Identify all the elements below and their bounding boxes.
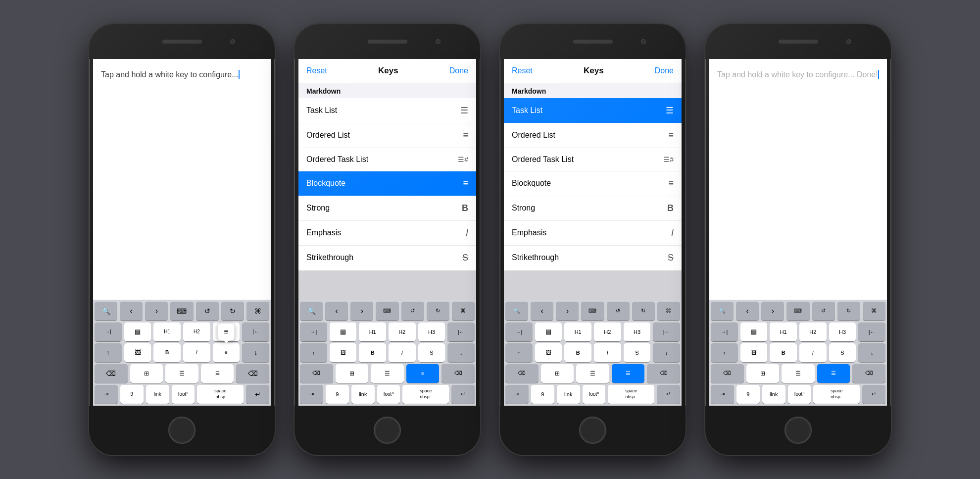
- italic-key-2[interactable]: I: [389, 343, 416, 362]
- tab-key-4[interactable]: →|: [711, 322, 738, 341]
- space-key-2[interactable]: spacenbsp: [402, 385, 449, 404]
- undo-key-2[interactable]: ↺: [401, 302, 424, 320]
- doc-key-3[interactable]: ▤: [535, 322, 562, 341]
- item-orderedtasklist-3[interactable]: Ordered Task List ☰#: [504, 148, 682, 171]
- end-key-2[interactable]: |←: [447, 322, 475, 341]
- keyboard-key-2[interactable]: ⌨: [376, 302, 398, 320]
- strikethrough-key-2[interactable]: S: [418, 343, 445, 362]
- table-key[interactable]: ⊞: [130, 364, 163, 383]
- redo-key-4[interactable]: ↻: [837, 302, 860, 320]
- item-orderedlist-2[interactable]: Ordered List ≡: [298, 123, 476, 148]
- search-key[interactable]: 🔍: [95, 302, 117, 320]
- right-key-2[interactable]: ›: [350, 302, 373, 320]
- up-key[interactable]: ↑: [95, 343, 122, 362]
- undo-key[interactable]: ↺: [196, 302, 219, 320]
- backspace-key-3[interactable]: ⌫: [505, 364, 539, 383]
- footnote-key-3[interactable]: footn: [583, 385, 606, 404]
- return-key-3[interactable]: ↵: [657, 385, 680, 404]
- number-key-2[interactable]: 9: [326, 385, 349, 404]
- h1-key-4[interactable]: H1: [770, 322, 797, 341]
- item-orderedlist-3[interactable]: Ordered List ≡: [504, 123, 682, 148]
- indent-key-2[interactable]: ⇥: [300, 385, 323, 404]
- item-tasklist-3[interactable]: Task List ☰: [504, 98, 682, 123]
- tasklist-key-4-active[interactable]: ☰: [817, 364, 850, 383]
- undo-key-3[interactable]: ↺: [607, 302, 630, 320]
- done-button-3[interactable]: Done: [655, 66, 674, 75]
- reset-button-2[interactable]: Reset: [306, 66, 327, 75]
- return-key-2[interactable]: ↵: [451, 385, 475, 404]
- h3-key-2[interactable]: H3: [418, 322, 445, 341]
- down-key-4[interactable]: ↓: [858, 343, 885, 362]
- search-key-4[interactable]: 🔍: [711, 302, 734, 320]
- h3-key-3[interactable]: H3: [624, 322, 651, 341]
- cmd-key[interactable]: ⌘: [246, 302, 269, 320]
- item-blockquote-3[interactable]: Blockquote ≡: [504, 171, 682, 196]
- search-key-3[interactable]: 🔍: [505, 302, 528, 320]
- search-key-2[interactable]: 🔍: [300, 302, 323, 320]
- keyboard-key[interactable]: ⌨: [170, 302, 193, 320]
- footnote-key-4[interactable]: footn: [788, 385, 811, 404]
- item-emphasis-3[interactable]: Emphasis I: [504, 221, 682, 246]
- item-orderedtasklist-2[interactable]: Ordered Task List ☰#: [298, 148, 476, 171]
- ul-key[interactable]: ☰: [165, 364, 198, 383]
- footnote-key-2[interactable]: footn: [377, 385, 400, 404]
- down-key-3[interactable]: ↓: [653, 343, 680, 362]
- end-key[interactable]: |←: [242, 322, 269, 341]
- left-key[interactable]: ‹: [120, 302, 143, 320]
- cmd-key-3[interactable]: ⌘: [657, 302, 680, 320]
- italic-key[interactable]: I: [183, 343, 210, 362]
- up-key-4[interactable]: ↑: [711, 343, 738, 362]
- backspace-key-4[interactable]: ⌫: [711, 364, 744, 383]
- left-key-3[interactable]: ‹: [531, 302, 553, 320]
- undo-key-4[interactable]: ↺: [812, 302, 835, 320]
- down-key-2[interactable]: ↓: [447, 343, 475, 362]
- h2-key[interactable]: H2: [183, 322, 210, 341]
- link-key-2[interactable]: link: [351, 385, 375, 404]
- del-key-3[interactable]: ⌫: [647, 364, 680, 383]
- ul-key-2[interactable]: ☰: [371, 364, 404, 383]
- doc-key-4[interactable]: ▤: [740, 322, 768, 341]
- image-key-2[interactable]: 🖼: [330, 343, 357, 362]
- blockquote-key[interactable]: ≡ ≡: [213, 343, 240, 362]
- blockquote-key-2-active[interactable]: ≡: [406, 364, 440, 383]
- h1-key-2[interactable]: H1: [359, 322, 386, 341]
- del-key[interactable]: ⌫: [236, 364, 269, 383]
- return-key[interactable]: ↵: [246, 385, 269, 404]
- cmd-key-2[interactable]: ⌘: [452, 302, 475, 320]
- item-strikethrough-3[interactable]: Strikethrough S: [504, 246, 682, 270]
- table-key-2[interactable]: ⊞: [336, 364, 369, 383]
- doc-key[interactable]: ▤: [124, 322, 151, 341]
- number-key-3[interactable]: 9: [531, 385, 554, 404]
- item-strong-2[interactable]: Strong B: [298, 196, 476, 221]
- backspace-key-2[interactable]: ⌫: [300, 364, 333, 383]
- image-key-4[interactable]: 🖼: [740, 343, 768, 362]
- tasklist-key-3-active[interactable]: ☰: [612, 364, 645, 383]
- table-key-4[interactable]: ⊞: [746, 364, 780, 383]
- phone-4-editor[interactable]: Tap and hold a white key to configure...…: [709, 59, 887, 300]
- number-key[interactable]: 9: [120, 385, 144, 404]
- h1-key-3[interactable]: H1: [564, 322, 591, 341]
- return-key-4[interactable]: ↵: [862, 385, 885, 404]
- doc-key-2[interactable]: ▤: [330, 322, 357, 341]
- italic-key-3[interactable]: I: [594, 343, 621, 362]
- item-emphasis-2[interactable]: Emphasis I: [298, 221, 476, 246]
- h3-key-4[interactable]: H3: [829, 322, 856, 341]
- end-key-4[interactable]: |←: [858, 322, 885, 341]
- reset-button-3[interactable]: Reset: [512, 66, 533, 75]
- bold-key[interactable]: B: [153, 343, 181, 362]
- bold-key-2[interactable]: B: [359, 343, 386, 362]
- del-key-4[interactable]: ⌫: [852, 364, 885, 383]
- home-button-3[interactable]: [579, 417, 606, 444]
- phone-1-editor[interactable]: Tap and hold a white key to configure...: [93, 59, 271, 300]
- h2-key-2[interactable]: H2: [389, 322, 416, 341]
- item-blockquote-2[interactable]: Blockquote ≡: [298, 171, 476, 196]
- up-key-3[interactable]: ↑: [505, 343, 533, 362]
- item-strikethrough-2[interactable]: Strikethrough S: [298, 246, 476, 270]
- item-strong-3[interactable]: Strong B: [504, 196, 682, 221]
- done-button-2[interactable]: Done: [449, 66, 468, 75]
- ol-key[interactable]: ☰: [201, 364, 234, 383]
- home-button-2[interactable]: [374, 417, 401, 444]
- ul-key-4[interactable]: ☰: [782, 364, 815, 383]
- strikethrough-key-3[interactable]: S: [624, 343, 651, 362]
- space-key[interactable]: spacenbsp: [197, 385, 244, 404]
